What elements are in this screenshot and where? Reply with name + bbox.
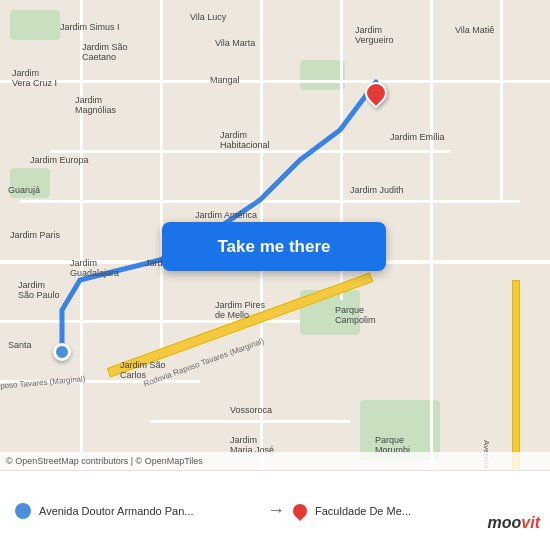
map-label: Mangal [210, 75, 240, 85]
road [160, 0, 163, 350]
road [20, 200, 520, 203]
take-me-there-label: Take me there [217, 237, 330, 257]
bottom-bar-content: Avenida Doutor Armando Pan... → Faculdad… [15, 500, 535, 521]
map-label: JardimHabitacional [220, 130, 270, 150]
green-area [300, 60, 345, 90]
map-label: Vossoroca [230, 405, 272, 415]
map-label: Jardim Emília [390, 132, 445, 142]
road [430, 0, 433, 470]
map-label: Jardim América [195, 210, 257, 220]
map-label: Vila Marta [215, 38, 255, 48]
map-label: Jardim Paris [10, 230, 60, 240]
map-label: Jardim SãoCaetano [82, 42, 128, 62]
end-pin [360, 77, 391, 108]
origin-text: Avenida Doutor Armando Pan... [39, 505, 259, 517]
bottom-bar: Avenida Doutor Armando Pan... → Faculdad… [0, 470, 550, 550]
map-label: Vila Matiê [455, 25, 494, 35]
map-label: ParqueCampolim [335, 305, 376, 325]
map-attribution: © OpenStreetMap contributors | © OpenMap… [0, 452, 550, 470]
destination-icon [290, 501, 310, 521]
arrow-icon: → [267, 500, 285, 521]
end-marker [365, 82, 387, 110]
map-label: JardimGuadalajara [70, 258, 119, 278]
map-label: JardimSão Paulo [18, 280, 60, 300]
avenue-right [512, 280, 520, 470]
map-container: Jardim Simus I Jardim SãoCaetano Vila Ma… [0, 0, 550, 470]
origin-icon [15, 503, 31, 519]
take-me-there-button[interactable]: Take me there [162, 222, 386, 271]
map-label: Guarujá [8, 185, 40, 195]
map-label: Jardim Europa [30, 155, 89, 165]
attribution-text: © OpenStreetMap contributors | © OpenMap… [6, 456, 203, 466]
map-label: Jardim Judith [350, 185, 404, 195]
road [50, 150, 450, 153]
map-label: JardimVergueiro [355, 25, 394, 45]
road [500, 0, 503, 200]
road [150, 420, 350, 423]
moovit-text-red: vit [521, 514, 540, 531]
start-marker [53, 343, 71, 361]
map-label: Santa [8, 340, 32, 350]
map-label: JardimVera Cruz I [12, 68, 57, 88]
road [80, 0, 83, 470]
map-label: Vila Lucy [190, 12, 226, 22]
map-label: Jardim Simus I [60, 22, 120, 32]
green-area [10, 10, 60, 40]
map-label: Jardim Piresde Mello [215, 300, 265, 320]
moovit-text-dark: moo [488, 514, 522, 531]
moovit-logo: moovit [488, 514, 540, 532]
map-label: JardimMagnólias [75, 95, 116, 115]
